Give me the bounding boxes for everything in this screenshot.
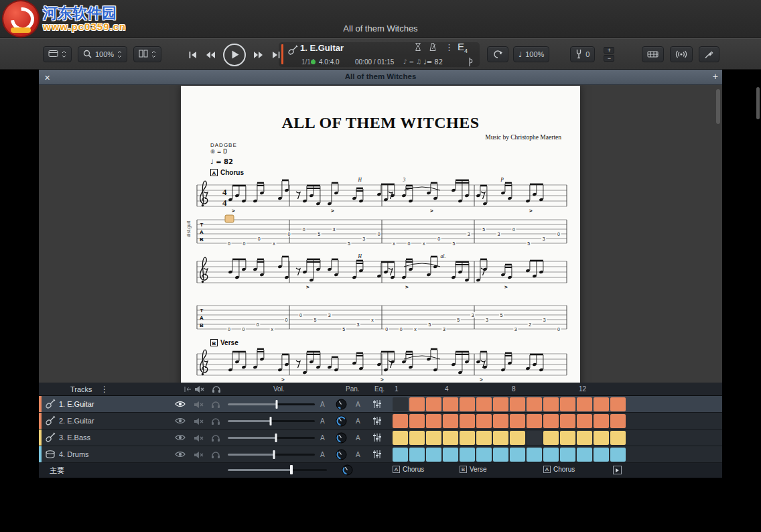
eq-icon[interactable]	[372, 433, 382, 444]
bar-cell[interactable]	[460, 414, 475, 428]
bar-cell[interactable]	[510, 431, 525, 445]
visibility-eye-icon[interactable]	[175, 450, 186, 460]
bar-cell[interactable]	[460, 397, 475, 411]
mute-icon[interactable]	[194, 401, 204, 411]
hourglass-icon[interactable]	[414, 42, 422, 53]
bar-cell[interactable]	[426, 431, 441, 445]
bar-cell[interactable]	[476, 448, 492, 462]
increment-button[interactable]: +	[604, 47, 614, 54]
collapse-all-icon[interactable]	[184, 385, 192, 395]
headphones-solo-icon[interactable]	[211, 434, 220, 444]
bar-cell[interactable]	[543, 431, 559, 445]
bar-cell[interactable]	[476, 414, 492, 428]
bar-cell[interactable]	[393, 414, 408, 428]
automation-label[interactable]: A	[320, 434, 325, 442]
add-tab-icon[interactable]: +	[713, 71, 718, 82]
metronome-icon[interactable]	[429, 42, 437, 53]
tab-title[interactable]: All of them Witches	[39, 72, 722, 80]
bar-cell[interactable]	[560, 448, 575, 462]
bar-cell[interactable]	[577, 414, 592, 428]
bar-cell[interactable]	[560, 431, 575, 445]
track-name[interactable]: 1. E.Guitar	[59, 400, 94, 408]
bar-cell[interactable]	[610, 414, 626, 428]
bar-cell[interactable]	[393, 431, 408, 445]
bar-cell[interactable]	[493, 414, 508, 428]
bar-cell[interactable]	[443, 414, 458, 428]
automation-label[interactable]: A	[320, 401, 325, 408]
track-name[interactable]: 4. Drums	[59, 450, 89, 458]
loop-button[interactable]	[487, 46, 508, 62]
score-system-2[interactable]: TAB>>>Hal.000x005353x00x5353353230	[193, 253, 572, 343]
track-name[interactable]: 2. E.Guitar	[59, 417, 94, 425]
bar-cell[interactable]	[527, 414, 542, 428]
play-button[interactable]	[223, 44, 246, 66]
score-view[interactable]: ALL OF THEM WITCHES Music by Christophe …	[39, 85, 722, 383]
bar-cell[interactable]	[409, 397, 425, 411]
bar-cell[interactable]	[560, 397, 575, 411]
volume-slider[interactable]	[228, 437, 315, 439]
track-row[interactable]: 2. E.Guitar A A	[39, 413, 722, 429]
master-volume-slider[interactable]	[228, 469, 327, 471]
bar-cell[interactable]	[409, 431, 425, 445]
bar-cell[interactable]	[543, 397, 559, 411]
fast-forward-button[interactable]	[253, 50, 264, 60]
score-scrollbar[interactable]	[716, 89, 720, 124]
headphones-solo-icon[interactable]	[211, 417, 220, 427]
headphones-solo-icon[interactable]	[211, 401, 220, 411]
automation-label[interactable]: A	[320, 451, 325, 458]
bar-cell[interactable]	[493, 397, 508, 411]
volume-slider[interactable]	[228, 454, 315, 456]
bar-cell[interactable]	[527, 448, 542, 462]
eq-icon[interactable]	[372, 450, 382, 461]
volume-slider[interactable]	[228, 403, 315, 405]
bar-cell[interactable]	[594, 431, 609, 445]
bar-cell[interactable]	[409, 448, 425, 462]
pan-knob[interactable]	[336, 432, 347, 444]
page-layout-button[interactable]	[133, 46, 161, 62]
more-options-icon[interactable]: ⋮	[445, 42, 454, 52]
bar-cell[interactable]	[443, 448, 458, 462]
bar-cell[interactable]	[493, 448, 508, 462]
automation-label[interactable]: A	[356, 434, 360, 442]
volume-slider[interactable]	[228, 420, 315, 422]
view-mode-button[interactable]	[43, 46, 72, 62]
bar-cell[interactable]	[510, 448, 525, 462]
track-name[interactable]: 3. E.Bass	[59, 434, 90, 442]
bar-cell[interactable]	[426, 397, 441, 411]
bar-cell[interactable]	[510, 414, 525, 428]
eq-icon[interactable]	[372, 416, 382, 427]
score-page[interactable]: ALL OF THEM WITCHES Music by Christophe …	[181, 86, 580, 383]
bar-cell[interactable]	[543, 448, 559, 462]
section-marker[interactable]: AChorus	[393, 466, 424, 473]
bar-cell[interactable]	[577, 448, 592, 462]
pan-knob[interactable]	[336, 399, 347, 410]
mute-icon[interactable]	[194, 434, 204, 444]
bar-cell[interactable]	[610, 448, 626, 462]
visibility-eye-icon[interactable]	[175, 400, 186, 410]
bar-cell[interactable]	[577, 397, 592, 411]
track-row[interactable]: 3. E.Bass A A	[39, 429, 722, 446]
bar-cell[interactable]	[543, 414, 559, 428]
bar-cell[interactable]	[527, 397, 542, 411]
bar-cell[interactable]	[527, 431, 542, 445]
automation-label[interactable]: A	[356, 451, 360, 458]
bar-cell[interactable]	[393, 448, 408, 462]
rewind-button[interactable]	[205, 50, 216, 60]
bar-cell[interactable]	[393, 397, 408, 411]
fretboard-panel-button[interactable]	[642, 46, 664, 62]
mute-icon[interactable]	[194, 451, 204, 461]
score-system-3[interactable]: TAB>>>	[193, 346, 572, 383]
bar-cell[interactable]	[594, 397, 609, 411]
string-tuning-display[interactable]: E4	[458, 41, 468, 54]
section-marker[interactable]: AChorus	[543, 466, 575, 473]
mute-icon[interactable]	[194, 417, 204, 427]
bar-cell[interactable]	[426, 448, 441, 462]
skip-to-start-button[interactable]	[188, 50, 198, 60]
bar-cell[interactable]	[426, 414, 441, 428]
tuner-button[interactable]: 0	[570, 46, 595, 62]
tracks-menu-icon[interactable]: ⋮	[100, 385, 109, 394]
bar-cell[interactable]	[594, 414, 609, 428]
bar-cell[interactable]	[577, 431, 592, 445]
bar-cell[interactable]	[460, 448, 475, 462]
bar-cell[interactable]	[476, 397, 492, 411]
